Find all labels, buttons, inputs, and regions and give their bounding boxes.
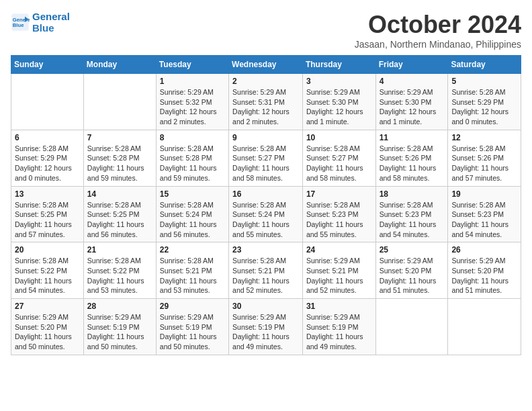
logo-icon: General Blue	[11, 13, 30, 32]
month-title: October 2024	[355, 11, 521, 39]
calendar-cell: 7Sunrise: 5:28 AM Sunset: 5:28 PM Daylig…	[83, 130, 156, 186]
day-number: 13	[15, 189, 80, 199]
calendar-cell: 27Sunrise: 5:29 AM Sunset: 5:20 PM Dayli…	[11, 299, 84, 355]
calendar-cell: 26Sunrise: 5:29 AM Sunset: 5:20 PM Dayli…	[448, 242, 521, 299]
day-detail: Sunrise: 5:28 AM Sunset: 5:23 PM Dayligh…	[380, 200, 445, 240]
day-number: 16	[232, 189, 299, 199]
day-detail: Sunrise: 5:28 AM Sunset: 5:27 PM Dayligh…	[306, 144, 372, 183]
calendar-cell: 18Sunrise: 5:28 AM Sunset: 5:23 PM Dayli…	[375, 186, 448, 242]
day-detail: Sunrise: 5:28 AM Sunset: 5:24 PM Dayligh…	[160, 200, 225, 240]
day-number: 5	[451, 77, 517, 86]
calendar-cell: 24Sunrise: 5:29 AM Sunset: 5:21 PM Dayli…	[302, 242, 375, 299]
calendar-cell: 16Sunrise: 5:28 AM Sunset: 5:24 PM Dayli…	[229, 186, 303, 242]
calendar-cell	[83, 74, 156, 130]
calendar-cell: 8Sunrise: 5:28 AM Sunset: 5:28 PM Daylig…	[156, 130, 228, 186]
logo-text: GeneralBlue	[32, 11, 70, 34]
day-detail: Sunrise: 5:29 AM Sunset: 5:30 PM Dayligh…	[380, 87, 445, 127]
day-number: 31	[306, 302, 372, 311]
header-saturday: Saturday	[448, 56, 521, 74]
day-number: 11	[380, 133, 445, 142]
day-number: 19	[451, 189, 517, 199]
logo: General Blue GeneralBlue	[11, 11, 70, 34]
day-detail: Sunrise: 5:29 AM Sunset: 5:31 PM Dayligh…	[232, 87, 299, 127]
day-detail: Sunrise: 5:28 AM Sunset: 5:28 PM Dayligh…	[87, 144, 152, 183]
day-detail: Sunrise: 5:28 AM Sunset: 5:21 PM Dayligh…	[160, 256, 225, 295]
day-number: 6	[15, 133, 80, 142]
day-detail: Sunrise: 5:29 AM Sunset: 5:20 PM Dayligh…	[380, 256, 445, 295]
page-header: General Blue GeneralBlue October 2024 Ja…	[11, 11, 521, 50]
calendar-cell: 30Sunrise: 5:29 AM Sunset: 5:19 PM Dayli…	[229, 299, 303, 355]
header-tuesday: Tuesday	[156, 56, 228, 74]
day-number: 2	[232, 77, 299, 86]
location-subtitle: Jasaan, Northern Mindanao, Philippines	[355, 39, 521, 50]
day-detail: Sunrise: 5:28 AM Sunset: 5:21 PM Dayligh…	[232, 256, 299, 295]
calendar-cell: 19Sunrise: 5:28 AM Sunset: 5:23 PM Dayli…	[448, 186, 521, 242]
calendar-cell: 5Sunrise: 5:28 AM Sunset: 5:29 PM Daylig…	[448, 74, 521, 130]
day-detail: Sunrise: 5:28 AM Sunset: 5:29 PM Dayligh…	[451, 87, 517, 127]
day-detail: Sunrise: 5:28 AM Sunset: 5:25 PM Dayligh…	[87, 200, 152, 240]
day-number: 21	[87, 245, 152, 255]
day-number: 20	[15, 245, 80, 255]
calendar-week-3: 13Sunrise: 5:28 AM Sunset: 5:25 PM Dayli…	[11, 186, 521, 242]
day-number: 22	[160, 245, 225, 255]
day-detail: Sunrise: 5:29 AM Sunset: 5:19 PM Dayligh…	[232, 312, 299, 352]
calendar-cell: 13Sunrise: 5:28 AM Sunset: 5:25 PM Dayli…	[11, 186, 84, 242]
calendar-cell: 4Sunrise: 5:29 AM Sunset: 5:30 PM Daylig…	[375, 74, 448, 130]
day-detail: Sunrise: 5:29 AM Sunset: 5:19 PM Dayligh…	[306, 312, 372, 352]
calendar-cell: 25Sunrise: 5:29 AM Sunset: 5:20 PM Dayli…	[375, 242, 448, 299]
title-block: October 2024 Jasaan, Northern Mindanao, …	[355, 11, 521, 50]
svg-text:Blue: Blue	[13, 22, 24, 28]
day-number: 23	[232, 245, 299, 255]
day-number: 10	[306, 133, 372, 142]
day-detail: Sunrise: 5:29 AM Sunset: 5:19 PM Dayligh…	[87, 312, 152, 352]
day-detail: Sunrise: 5:28 AM Sunset: 5:23 PM Dayligh…	[451, 200, 517, 240]
calendar-week-2: 6Sunrise: 5:28 AM Sunset: 5:29 PM Daylig…	[11, 130, 521, 186]
calendar-cell: 22Sunrise: 5:28 AM Sunset: 5:21 PM Dayli…	[156, 242, 228, 299]
header-thursday: Thursday	[302, 56, 375, 74]
calendar-cell: 14Sunrise: 5:28 AM Sunset: 5:25 PM Dayli…	[83, 186, 156, 242]
calendar-cell: 3Sunrise: 5:29 AM Sunset: 5:30 PM Daylig…	[302, 74, 375, 130]
calendar-week-4: 20Sunrise: 5:28 AM Sunset: 5:22 PM Dayli…	[11, 242, 521, 299]
day-number: 17	[306, 189, 372, 199]
calendar-cell: 21Sunrise: 5:28 AM Sunset: 5:22 PM Dayli…	[83, 242, 156, 299]
calendar-cell: 20Sunrise: 5:28 AM Sunset: 5:22 PM Dayli…	[11, 242, 84, 299]
day-detail: Sunrise: 5:28 AM Sunset: 5:22 PM Dayligh…	[15, 256, 80, 295]
day-detail: Sunrise: 5:28 AM Sunset: 5:22 PM Dayligh…	[87, 256, 152, 295]
calendar-week-1: 1Sunrise: 5:29 AM Sunset: 5:32 PM Daylig…	[11, 74, 521, 130]
day-number: 12	[451, 133, 517, 142]
calendar-cell: 1Sunrise: 5:29 AM Sunset: 5:32 PM Daylig…	[156, 74, 228, 130]
day-number: 18	[380, 189, 445, 199]
header-wednesday: Wednesday	[229, 56, 303, 74]
day-detail: Sunrise: 5:29 AM Sunset: 5:19 PM Dayligh…	[160, 312, 225, 352]
day-detail: Sunrise: 5:29 AM Sunset: 5:21 PM Dayligh…	[306, 256, 372, 295]
calendar-table: SundayMondayTuesdayWednesdayThursdayFrid…	[11, 55, 521, 355]
calendar-cell	[448, 299, 521, 355]
calendar-cell: 9Sunrise: 5:28 AM Sunset: 5:27 PM Daylig…	[229, 130, 303, 186]
day-number: 8	[160, 133, 225, 142]
day-detail: Sunrise: 5:29 AM Sunset: 5:20 PM Dayligh…	[15, 312, 80, 352]
day-number: 9	[232, 133, 299, 142]
day-number: 28	[87, 302, 152, 311]
calendar-cell: 31Sunrise: 5:29 AM Sunset: 5:19 PM Dayli…	[302, 299, 375, 355]
day-number: 15	[160, 189, 225, 199]
header-monday: Monday	[83, 56, 156, 74]
calendar-week-5: 27Sunrise: 5:29 AM Sunset: 5:20 PM Dayli…	[11, 299, 521, 355]
calendar-cell: 29Sunrise: 5:29 AM Sunset: 5:19 PM Dayli…	[156, 299, 228, 355]
day-detail: Sunrise: 5:28 AM Sunset: 5:28 PM Dayligh…	[160, 144, 225, 183]
calendar-cell: 12Sunrise: 5:28 AM Sunset: 5:26 PM Dayli…	[448, 130, 521, 186]
day-detail: Sunrise: 5:28 AM Sunset: 5:26 PM Dayligh…	[451, 144, 517, 183]
calendar-cell: 23Sunrise: 5:28 AM Sunset: 5:21 PM Dayli…	[229, 242, 303, 299]
calendar-cell: 17Sunrise: 5:28 AM Sunset: 5:23 PM Dayli…	[302, 186, 375, 242]
day-detail: Sunrise: 5:28 AM Sunset: 5:29 PM Dayligh…	[15, 144, 80, 183]
calendar-cell: 11Sunrise: 5:28 AM Sunset: 5:26 PM Dayli…	[375, 130, 448, 186]
calendar-cell: 28Sunrise: 5:29 AM Sunset: 5:19 PM Dayli…	[83, 299, 156, 355]
calendar-cell	[11, 74, 84, 130]
day-number: 4	[380, 77, 445, 86]
day-number: 7	[87, 133, 152, 142]
day-number: 26	[451, 245, 517, 255]
header-sunday: Sunday	[11, 56, 84, 74]
calendar-cell: 2Sunrise: 5:29 AM Sunset: 5:31 PM Daylig…	[229, 74, 303, 130]
day-detail: Sunrise: 5:28 AM Sunset: 5:23 PM Dayligh…	[306, 200, 372, 240]
calendar-cell	[375, 299, 448, 355]
day-number: 3	[306, 77, 372, 86]
